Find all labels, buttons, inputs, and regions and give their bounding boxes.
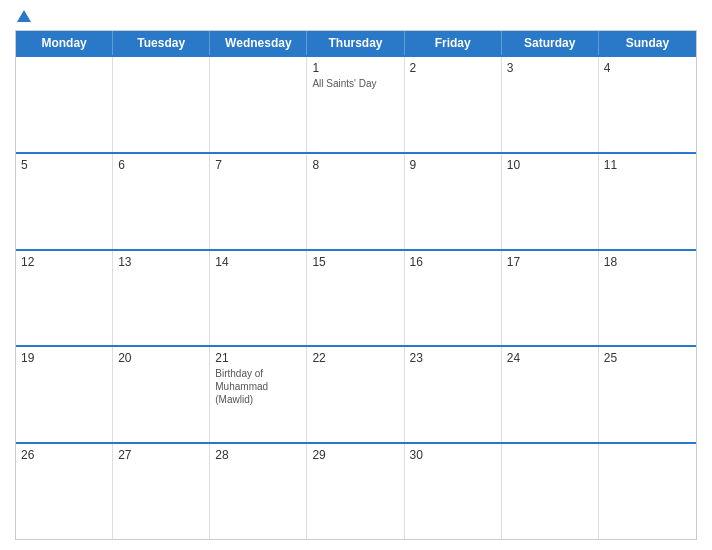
- day-number: 29: [312, 448, 398, 462]
- calendar-cell: [502, 444, 599, 539]
- day-number: 14: [215, 255, 301, 269]
- calendar-cell: 18: [599, 251, 696, 346]
- calendar-cell: 11: [599, 154, 696, 249]
- calendar-cell: 7: [210, 154, 307, 249]
- calendar-cell: [210, 57, 307, 152]
- calendar-cell: 21Birthday of Muhammad (Mawlid): [210, 347, 307, 442]
- calendar-cell: 12: [16, 251, 113, 346]
- calendar-cell: 22: [307, 347, 404, 442]
- day-number: 2: [410, 61, 496, 75]
- calendar-cell: 28: [210, 444, 307, 539]
- calendar-cell: 17: [502, 251, 599, 346]
- day-number: 9: [410, 158, 496, 172]
- day-number: 7: [215, 158, 301, 172]
- calendar-cell: 8: [307, 154, 404, 249]
- day-number: 13: [118, 255, 204, 269]
- calendar-cell: 25: [599, 347, 696, 442]
- day-number: 26: [21, 448, 107, 462]
- calendar-week-3: 12131415161718: [16, 249, 696, 346]
- calendar-cell: [599, 444, 696, 539]
- calendar-cell: 16: [405, 251, 502, 346]
- day-number: 17: [507, 255, 593, 269]
- calendar-cell: 26: [16, 444, 113, 539]
- header: [15, 10, 697, 22]
- header-day-monday: Monday: [16, 31, 113, 55]
- day-number: 12: [21, 255, 107, 269]
- day-number: 20: [118, 351, 204, 365]
- header-day-saturday: Saturday: [502, 31, 599, 55]
- day-number: 30: [410, 448, 496, 462]
- calendar-week-5: 2627282930: [16, 442, 696, 539]
- day-number: 4: [604, 61, 691, 75]
- day-number: 10: [507, 158, 593, 172]
- day-number: 11: [604, 158, 691, 172]
- day-number: 3: [507, 61, 593, 75]
- day-number: 18: [604, 255, 691, 269]
- day-number: 27: [118, 448, 204, 462]
- calendar-cell: [113, 57, 210, 152]
- calendar-week-1: 1All Saints' Day234: [16, 55, 696, 152]
- header-day-thursday: Thursday: [307, 31, 404, 55]
- day-event: Birthday of Muhammad (Mawlid): [215, 368, 268, 405]
- day-number: 25: [604, 351, 691, 365]
- calendar-cell: 24: [502, 347, 599, 442]
- calendar-header: MondayTuesdayWednesdayThursdayFridaySatu…: [16, 31, 696, 55]
- calendar-cell: [16, 57, 113, 152]
- calendar-cell: 23: [405, 347, 502, 442]
- calendar-body: 1All Saints' Day234567891011121314151617…: [16, 55, 696, 539]
- calendar-cell: 1All Saints' Day: [307, 57, 404, 152]
- calendar-cell: 5: [16, 154, 113, 249]
- day-number: 16: [410, 255, 496, 269]
- calendar-cell: 4: [599, 57, 696, 152]
- day-number: 22: [312, 351, 398, 365]
- calendar-cell: 3: [502, 57, 599, 152]
- calendar-cell: 10: [502, 154, 599, 249]
- calendar-cell: 30: [405, 444, 502, 539]
- day-number: 21: [215, 351, 301, 365]
- calendar-cell: 27: [113, 444, 210, 539]
- calendar-cell: 6: [113, 154, 210, 249]
- calendar: MondayTuesdayWednesdayThursdayFridaySatu…: [15, 30, 697, 540]
- day-number: 8: [312, 158, 398, 172]
- calendar-cell: 14: [210, 251, 307, 346]
- day-number: 28: [215, 448, 301, 462]
- calendar-cell: 20: [113, 347, 210, 442]
- calendar-cell: 15: [307, 251, 404, 346]
- logo-triangle-icon: [17, 10, 31, 22]
- calendar-cell: 13: [113, 251, 210, 346]
- calendar-cell: 29: [307, 444, 404, 539]
- header-day-friday: Friday: [405, 31, 502, 55]
- calendar-cell: 19: [16, 347, 113, 442]
- day-number: 19: [21, 351, 107, 365]
- header-day-sunday: Sunday: [599, 31, 696, 55]
- day-number: 5: [21, 158, 107, 172]
- day-number: 1: [312, 61, 398, 75]
- day-number: 6: [118, 158, 204, 172]
- header-day-tuesday: Tuesday: [113, 31, 210, 55]
- logo: [15, 10, 33, 22]
- calendar-page: MondayTuesdayWednesdayThursdayFridaySatu…: [0, 0, 712, 550]
- calendar-cell: 9: [405, 154, 502, 249]
- header-day-wednesday: Wednesday: [210, 31, 307, 55]
- day-event: All Saints' Day: [312, 78, 376, 89]
- day-number: 23: [410, 351, 496, 365]
- calendar-cell: 2: [405, 57, 502, 152]
- calendar-week-2: 567891011: [16, 152, 696, 249]
- calendar-week-4: 192021Birthday of Muhammad (Mawlid)22232…: [16, 345, 696, 442]
- day-number: 15: [312, 255, 398, 269]
- day-number: 24: [507, 351, 593, 365]
